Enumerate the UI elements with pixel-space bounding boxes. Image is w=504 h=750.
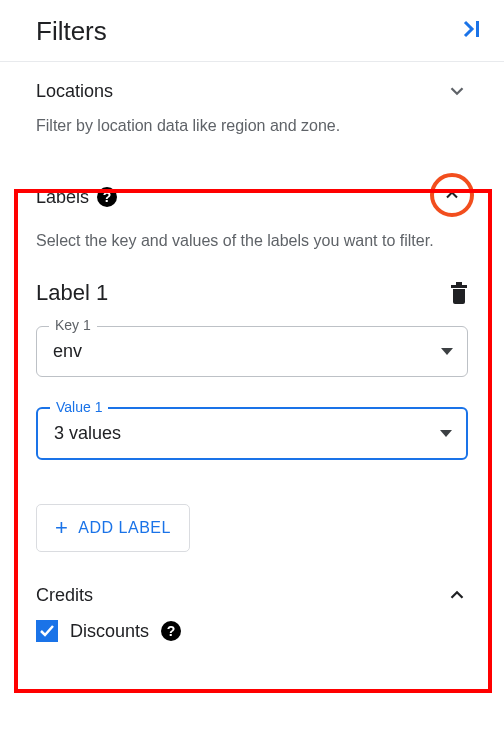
value-field-value: 3 values xyxy=(54,423,121,444)
credits-section: Credits Discounts ? xyxy=(0,566,504,642)
discounts-checkbox[interactable] xyxy=(36,620,58,642)
help-icon[interactable]: ? xyxy=(161,621,181,641)
labels-title: Labels xyxy=(36,187,89,208)
locations-section: Locations Filter by location data like r… xyxy=(0,62,504,151)
chevron-down-icon[interactable] xyxy=(446,80,468,102)
collapse-panel-button[interactable] xyxy=(462,19,484,44)
highlight-circle xyxy=(430,173,474,217)
delete-icon[interactable] xyxy=(450,282,468,304)
key-field-label: Key 1 xyxy=(49,317,97,333)
value-field-label: Value 1 xyxy=(50,399,108,415)
label-block-1: Label 1 Key 1 env Value 1 3 values + A xyxy=(36,280,468,552)
label-block-title: Label 1 xyxy=(36,280,108,306)
svg-rect-1 xyxy=(451,285,467,288)
labels-section: Labels ? Select the key and values of th… xyxy=(0,151,504,566)
dropdown-arrow-icon xyxy=(441,348,453,355)
value-field[interactable]: Value 1 3 values xyxy=(36,407,468,460)
dropdown-arrow-icon xyxy=(440,430,452,437)
chevron-up-icon[interactable] xyxy=(442,185,462,205)
locations-title: Locations xyxy=(36,81,113,102)
credits-title: Credits xyxy=(36,585,93,606)
add-label-text: ADD LABEL xyxy=(78,519,171,537)
help-icon[interactable]: ? xyxy=(97,187,117,207)
locations-desc: Filter by location data like region and … xyxy=(36,114,468,137)
svg-rect-2 xyxy=(456,282,462,285)
plus-icon: + xyxy=(55,515,68,541)
chevron-up-icon[interactable] xyxy=(446,584,468,606)
page-title: Filters xyxy=(36,16,107,47)
key-field-value: env xyxy=(53,341,82,362)
key-field[interactable]: Key 1 env xyxy=(36,326,468,377)
svg-rect-0 xyxy=(476,21,479,37)
discounts-label: Discounts xyxy=(70,621,149,642)
add-label-button[interactable]: + ADD LABEL xyxy=(36,504,190,552)
labels-desc: Select the key and values of the labels … xyxy=(36,229,468,252)
